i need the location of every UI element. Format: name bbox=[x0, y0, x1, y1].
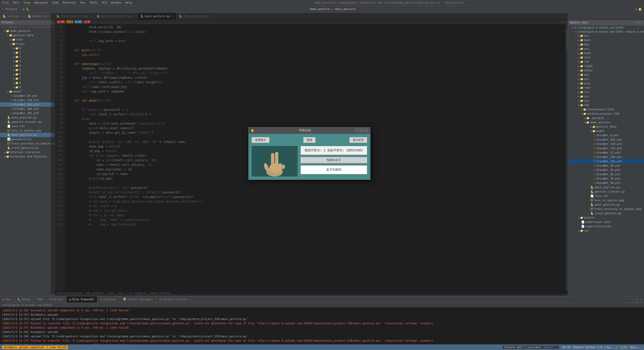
remote-alexnet165[interactable]: ⬡AlexNet_165.pth bbox=[568, 159, 644, 164]
remote-mnt[interactable]: ▶📁mnt bbox=[568, 73, 644, 77]
tab-main-gesture[interactable]: 🐍 main_gesture.py × bbox=[138, 13, 176, 20]
menu-refactor[interactable]: Refactor bbox=[63, 1, 76, 4]
dialog-close-btn[interactable]: × bbox=[365, 129, 368, 132]
remote-close-icon[interactable]: × bbox=[640, 21, 642, 24]
remote-dev[interactable]: ▶📁dev bbox=[568, 42, 644, 47]
remote-run[interactable]: ▶📁run bbox=[568, 90, 644, 94]
tree-1[interactable]: ▶ 📁 1 bbox=[0, 50, 54, 55]
remote-alexnet150[interactable]: ⬡AlexNet_150.pth bbox=[568, 155, 644, 159]
remote-connection-detail[interactable]: ▼ root@region-6.autodi.com:52645 (region… bbox=[568, 30, 644, 34]
tree-test[interactable]: ▶ 📁 test bbox=[0, 37, 54, 42]
remote-tmp[interactable]: ▼📁tmp bbox=[568, 103, 644, 107]
tab-close-data[interactable]: × bbox=[211, 15, 212, 18]
tree-alexnet30[interactable]: ⬡ AlexNet_30.pth bbox=[0, 94, 54, 98]
breadcrumb-4[interactable]: for i in range(1, sheet1.nrows) bbox=[119, 291, 171, 295]
tree-4[interactable]: ▶ 📁 4 bbox=[0, 63, 54, 68]
tab-close-loss[interactable]: × bbox=[21, 15, 22, 18]
select-image-button[interactable]: 选择图片 bbox=[252, 137, 269, 143]
remote-proc[interactable]: ▶📁proc bbox=[568, 81, 644, 86]
breadcrumb-2[interactable]: val_model() bbox=[86, 291, 104, 295]
tree-train-accuracy-png[interactable]: 🖼 Train_accuracy_vs_epochs.png bbox=[0, 141, 54, 146]
tree-train-gesture[interactable]: 🐍 train_gesture.py bbox=[0, 146, 54, 150]
remote-settings-icon[interactable]: ⚙ bbox=[638, 21, 639, 24]
tab-close-module[interactable]: × bbox=[49, 15, 51, 18]
scrollbar-thumb[interactable] bbox=[566, 29, 568, 49]
tree-alexnet150[interactable]: ⬡ AlexNet_150.pth bbox=[0, 98, 54, 102]
menu-run[interactable]: Run bbox=[80, 1, 85, 4]
tree-external-libraries[interactable]: ▶ 📁 External Libraries bbox=[0, 150, 54, 154]
run-button[interactable]: ▶ bbox=[23, 7, 25, 11]
project-selector[interactable]: ▾ Project bbox=[2, 7, 17, 11]
tab-file-transfer[interactable]: ⇅ File Transfer bbox=[66, 296, 97, 303]
remote-pycharm-project[interactable]: ▼📁pycharm_project_520 bbox=[568, 112, 644, 116]
remote-alexnet15[interactable]: ⬡AlexNet_15.pth bbox=[568, 151, 644, 155]
remote-connection[interactable]: ▼ 🖥 root@region-6.autodi.com:52645 bbox=[568, 25, 644, 30]
remote-loss-png[interactable]: 🖼loss_vs_epochs.png bbox=[568, 198, 644, 203]
remote-init[interactable]: ▶📁init bbox=[568, 55, 644, 60]
tree-loss-png[interactable]: 🖼 loss_vs_epochs.png bbox=[0, 128, 54, 133]
breadcrumb-1[interactable]: GestureClassion bbox=[57, 291, 82, 295]
status-warning-badge[interactable]: Automatic upload completed: 1 item faile… bbox=[2, 346, 68, 349]
gesture-dialog[interactable]: ✋ 手势识别 ─ □ × 选择图片 预测 退出程序 bbox=[248, 127, 370, 180]
remote-home[interactable]: ▶📁home bbox=[568, 51, 644, 55]
tab-train-gesture[interactable]: 🐍 train_gesture.py × bbox=[54, 13, 94, 20]
tree-2[interactable]: ▶ 📁 2 bbox=[0, 55, 54, 59]
remote-gesture-classer-py[interactable]: 🐍gesture_classer.py bbox=[568, 190, 644, 194]
tree-password-xls[interactable]: 📊 password.xls bbox=[0, 137, 54, 141]
tab-data-pipline[interactable]: 🐍 data_pipline.py × bbox=[176, 13, 215, 20]
remote-health[interactable]: ▶📁health bbox=[568, 216, 644, 220]
quit-button[interactable]: 退出程序 bbox=[349, 137, 367, 143]
menu-navigate[interactable]: Navigate bbox=[35, 1, 48, 4]
menu-file[interactable]: File bbox=[2, 1, 9, 4]
dialog-minimize-btn[interactable]: ─ bbox=[355, 129, 359, 132]
remote-alexnet0[interactable]: ⬡AlexNet_0.pth bbox=[568, 133, 644, 138]
tree-loss-txt[interactable]: 📄 loss.txt bbox=[0, 124, 54, 128]
remote-tensorboard[interactable]: ▶📁tensorboard-info bbox=[568, 107, 644, 112]
tab-terminal[interactable]: $ Terminal bbox=[97, 296, 120, 303]
tree-9[interactable]: ▶ 📁 9 bbox=[0, 85, 54, 89]
remote-alexnet90[interactable]: ⬡AlexNet_90.pth bbox=[568, 181, 644, 185]
tab-python-console[interactable]: ≫ Python Console bbox=[156, 296, 190, 303]
bottom-minimize-btn[interactable]: ─ bbox=[631, 298, 634, 301]
tree-main-gesture[interactable]: 🐍 main_gesture.py bbox=[0, 133, 54, 137]
predict-button[interactable]: 预测 bbox=[303, 137, 316, 143]
debug-button[interactable]: 🐛 bbox=[26, 7, 30, 11]
remote-sys[interactable]: ▶📁sys bbox=[568, 99, 644, 103]
tree-data-pipline[interactable]: 🐍 data_pipline.py bbox=[0, 115, 54, 120]
tab-todo[interactable]: TODO bbox=[34, 296, 47, 303]
remote-media[interactable]: ▶📁media bbox=[568, 68, 644, 73]
remote-alexnet120[interactable]: ⬡AlexNet_120.pth bbox=[568, 142, 644, 146]
remote-root[interactable]: ▶📁root bbox=[568, 86, 644, 90]
notification-icon[interactable]: 🔔 bbox=[638, 7, 642, 11]
tree-train[interactable]: ▼ 📁 train bbox=[0, 42, 54, 46]
remote-demo-gesture[interactable]: ▼📁demo_gesture bbox=[568, 120, 644, 125]
tab-problems[interactable]: Problems bbox=[47, 296, 66, 303]
remote-data-pipline[interactable]: 🐍data_pipline.py bbox=[568, 185, 644, 190]
remote-srv[interactable]: ▶📁srv bbox=[568, 94, 644, 99]
remote-train-accuracy[interactable]: 🖼Train_accuracy_vs_epochs.png bbox=[568, 207, 644, 211]
remote-opt[interactable]: ▶📁opt bbox=[568, 77, 644, 81]
tab-module[interactable]: 🐍 module.py × bbox=[25, 13, 54, 20]
remote-alexnet105[interactable]: ⬡AlexNet_105.pth bbox=[568, 138, 644, 142]
remote-supervisord-pid[interactable]: 📄supervisord.pid bbox=[568, 224, 644, 228]
remote-main-gesture-py[interactable]: 🐍main_gesture.py bbox=[568, 203, 644, 207]
tab-close-main[interactable]: × bbox=[172, 15, 173, 18]
tree-5[interactable]: ▶ 📁 5 bbox=[0, 68, 54, 72]
tab-run[interactable]: ▶ Run bbox=[0, 296, 14, 303]
tree-7[interactable]: ▶ 📁 7 bbox=[0, 76, 54, 81]
remote-loss-txt[interactable]: 📄loss.txt bbox=[568, 194, 644, 198]
tree-model[interactable]: ▼ 📁 model bbox=[0, 89, 54, 94]
bottom-maximize-btn[interactable]: □ bbox=[635, 298, 638, 301]
menu-window[interactable]: Window bbox=[111, 1, 121, 4]
menu-vcs[interactable]: VCS bbox=[102, 1, 107, 4]
remote-lib64[interactable]: ▶📁lib64 bbox=[568, 64, 644, 68]
remote-alexnet75[interactable]: ⬡AlexNet_75.pth bbox=[568, 177, 644, 181]
tree-gesture-classer[interactable]: 🐍 gesture_classer.py bbox=[0, 120, 54, 124]
remote-lib[interactable]: ▶📁lib bbox=[568, 60, 644, 64]
menu-code[interactable]: Code bbox=[52, 1, 59, 4]
tree-0[interactable]: ▶ 📁 0 bbox=[0, 46, 54, 50]
dialog-maximize-btn[interactable]: □ bbox=[360, 129, 364, 132]
remote-train-gesture-py[interactable]: 🐍train_gesture.py bbox=[568, 211, 644, 216]
editor-scrollbar[interactable] bbox=[566, 24, 568, 290]
remote-gesture-data[interactable]: ▶📁gesture_data bbox=[568, 125, 644, 129]
